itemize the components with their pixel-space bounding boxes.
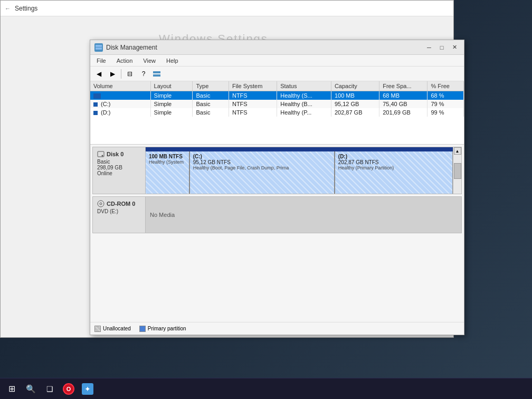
disk-mgmt-main: Volume Layout Type File System Status Ca… xyxy=(90,81,464,335)
opera-icon: O xyxy=(63,383,74,395)
start-button[interactable]: ⊞ xyxy=(2,379,21,398)
vertical-scrollbar[interactable]: ▲ xyxy=(453,147,461,194)
volume-icon-0 xyxy=(93,93,101,99)
disk0-type: Basic xyxy=(97,159,141,165)
toolbar-separator-1 xyxy=(121,69,121,79)
partition-system[interactable]: 100 MB NTFS Healthy (System xyxy=(146,147,190,194)
search-icon: 🔍 xyxy=(25,383,36,395)
menu-help[interactable]: Help xyxy=(162,56,183,65)
window-title: Disk Management xyxy=(106,44,424,51)
search-button[interactable]: 🔍 xyxy=(21,379,40,398)
disk-management-window: Disk Management ─ □ ✕ File Action View H… xyxy=(90,40,464,335)
svg-rect-2 xyxy=(153,71,160,73)
partition-c[interactable]: (C:) 95,12 GB NTFS Healthy (Boot, Page F… xyxy=(190,147,335,194)
toolbar: ◀ ▶ ⊟ ? xyxy=(90,66,464,81)
part2-status: Healthy (Primary Partition) xyxy=(338,165,449,170)
col-volume: Volume xyxy=(90,81,150,91)
svg-rect-0 xyxy=(96,45,102,47)
table-row[interactable]: (D:) Simple Basic NTFS Healthy (P... 202… xyxy=(90,108,464,117)
part1-status: Healthy (Boot, Page File, Crash Dump, Pr… xyxy=(193,165,331,170)
forward-button[interactable]: ▶ xyxy=(106,68,119,80)
row0-type: Basic xyxy=(193,91,229,100)
row0-layout: Simple xyxy=(150,91,193,100)
row2-pct: 99 % xyxy=(428,108,464,117)
tools-icon: ✦ xyxy=(82,383,93,395)
legend-color-primary xyxy=(139,326,146,332)
legend-unallocated: Unallocated xyxy=(94,326,131,332)
cdrom-icon xyxy=(97,200,104,207)
row1-layout: Simple xyxy=(150,100,193,108)
table-header-row: Volume Layout Type File System Status Ca… xyxy=(90,81,464,91)
disk0-partitions: 100 MB NTFS Healthy (System (C:) 95,12 G… xyxy=(146,147,461,194)
disk0-label: Disk 0 xyxy=(107,151,124,157)
titlebar: Disk Management ─ □ ✕ xyxy=(90,40,464,55)
row2-fs: NTFS xyxy=(229,108,277,117)
cdrom0-content: No Media xyxy=(146,197,461,233)
part2-size: 202,87 GB NTFS xyxy=(338,159,449,165)
titlebar-buttons: ─ □ ✕ xyxy=(424,43,460,52)
disk0-status: Online xyxy=(97,170,141,176)
col-type: Type xyxy=(193,81,229,91)
row0-volume xyxy=(90,91,150,100)
legend-color-unallocated xyxy=(94,326,101,332)
menu-view[interactable]: View xyxy=(139,56,160,65)
disk0-info: Disk 0 Basic 298,09 GB Online xyxy=(93,147,146,194)
part0-status: Healthy (System xyxy=(149,159,186,165)
menubar: File Action View Help xyxy=(90,55,464,66)
toolbar-btn-1[interactable]: ⊟ xyxy=(124,68,136,80)
row1-free: 75,40 GB xyxy=(379,100,428,108)
col-pct-free: % Free xyxy=(428,81,464,91)
cdrom0-label: CD-ROM 0 xyxy=(107,201,135,207)
svg-point-6 xyxy=(98,201,104,207)
row0-fs: NTFS xyxy=(229,91,277,100)
volume-table-container: Volume Layout Type File System Status Ca… xyxy=(90,81,464,145)
scroll-up-btn[interactable]: ▲ xyxy=(454,147,461,155)
tools-button[interactable]: ✦ xyxy=(78,379,97,398)
taskbar: ⊞ 🔍 ❑ O ✦ xyxy=(0,378,532,399)
legend-primary: Primary partition xyxy=(139,326,186,332)
legend: Unallocated Primary partition xyxy=(90,322,464,335)
settings-window-title: Settings xyxy=(15,5,37,12)
legend-label-unallocated: Unallocated xyxy=(103,326,131,331)
row2-type: Basic xyxy=(193,108,229,117)
volume-icon-d xyxy=(93,111,98,115)
svg-point-7 xyxy=(100,203,102,205)
menu-action[interactable]: Action xyxy=(112,56,137,65)
cdrom0-info: CD-ROM 0 DVD (E:) xyxy=(93,197,146,233)
svg-rect-3 xyxy=(153,74,160,77)
col-filesystem: File System xyxy=(229,81,277,91)
row0-free: 68 MB xyxy=(379,91,428,100)
part0-size: 100 MB NTFS xyxy=(149,154,186,159)
row2-status: Healthy (P... xyxy=(277,108,331,117)
menu-file[interactable]: File xyxy=(92,56,110,65)
legend-label-primary: Primary partition xyxy=(148,326,186,331)
scroll-thumb[interactable] xyxy=(454,163,461,179)
disk-icon xyxy=(97,150,104,158)
col-status: Status xyxy=(277,81,331,91)
col-capacity: Capacity xyxy=(331,81,379,91)
svg-rect-1 xyxy=(96,48,102,50)
maximize-button[interactable]: □ xyxy=(436,43,447,52)
toolbar-btn-2[interactable]: ? xyxy=(137,68,150,80)
partition-d[interactable]: (D:) 202,87 GB NTFS Healthy (Primary Par… xyxy=(335,147,453,194)
opera-button[interactable]: O xyxy=(59,379,78,398)
col-free-space: Free Spa... xyxy=(379,81,428,91)
taskview-icon: ❑ xyxy=(44,383,55,395)
taskview-button[interactable]: ❑ xyxy=(40,379,59,398)
part1-size: 95,12 GB NTFS xyxy=(193,159,331,165)
row0-status: Healthy (S... xyxy=(277,91,331,100)
row1-status: Healthy (B... xyxy=(277,100,331,108)
start-icon: ⊞ xyxy=(6,383,17,395)
toolbar-btn-3[interactable] xyxy=(151,68,164,80)
table-row[interactable]: (C:) Simple Basic NTFS Healthy (B... 95,… xyxy=(90,100,464,108)
cdrom0-drive: DVD (E:) xyxy=(97,208,141,214)
back-button[interactable]: ◀ xyxy=(92,68,105,80)
disk0-header-bar xyxy=(146,147,453,151)
part1-name: (C:) xyxy=(193,154,331,159)
close-button[interactable]: ✕ xyxy=(449,43,460,52)
table-row[interactable]: Simple Basic NTFS Healthy (S... 100 MB 6… xyxy=(90,91,464,100)
row2-volume: (D:) xyxy=(90,108,150,117)
disk0-row: Disk 0 Basic 298,09 GB Online xyxy=(92,147,462,194)
row1-volume: (C:) xyxy=(90,100,150,108)
minimize-button[interactable]: ─ xyxy=(424,43,434,52)
